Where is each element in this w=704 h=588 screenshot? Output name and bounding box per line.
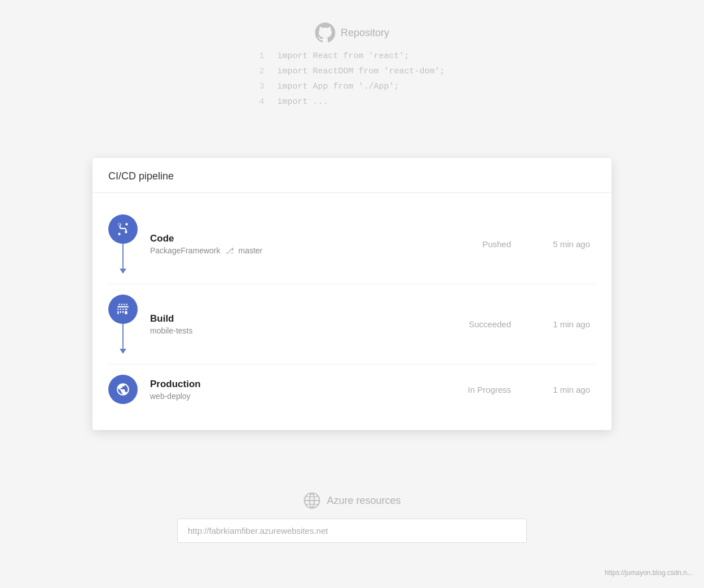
bg-code-section: Repository 1import React from 'react'; 2… — [259, 23, 445, 109]
repo-label: Repository — [341, 27, 389, 39]
stage-sub-production: web-deploy — [150, 392, 449, 401]
stage-name-production: Production — [150, 379, 449, 390]
stage-info-build: Build mobile-tests — [150, 313, 449, 335]
stage-info-code: Code PackageFramework ⎇ master — [150, 233, 449, 255]
branch-icon: ⎇ — [225, 246, 234, 255]
stage-status-section-build: Succeeded 1 min ago — [449, 319, 596, 329]
azure-label: Azure resources — [327, 495, 401, 507]
connector-arrow-1 — [120, 269, 126, 274]
page-wrapper: Repository 1import React from 'react'; 2… — [0, 0, 704, 588]
build-icon — [116, 302, 130, 317]
stage-name-code: Code — [150, 233, 449, 244]
stage-time-code: 5 min ago — [545, 239, 590, 249]
code-branch-icon — [116, 222, 130, 236]
stage-sublabel-production: web-deploy — [150, 392, 191, 401]
card-title: CI/CD pipeline — [108, 170, 174, 182]
stage-name-build: Build — [150, 313, 449, 324]
stage-sublabel-code: PackageFramework — [150, 246, 221, 255]
connector-arrow-2 — [120, 349, 126, 354]
stage-icon-production — [108, 375, 138, 404]
stage-status-section-code: Pushed 5 min ago — [449, 239, 596, 249]
stage-icon-wrapper-build — [108, 295, 138, 354]
stage-status-production: In Progress — [449, 385, 511, 394]
stage-icon-wrapper-code — [108, 214, 138, 274]
stage-icon-wrapper-production — [108, 375, 138, 404]
stage-row-production[interactable]: Production web-deploy In Progress 1 min … — [108, 365, 596, 414]
stage-sublabel-build: mobile-tests — [150, 326, 192, 335]
stage-icon-build — [108, 295, 138, 324]
stage-sub-code: PackageFramework ⎇ master — [150, 246, 449, 255]
azure-header: Azure resources — [303, 492, 401, 510]
stage-time-build: 1 min ago — [545, 319, 590, 329]
stage-branch-code: master — [239, 246, 263, 255]
stage-status-section-production: In Progress 1 min ago — [449, 385, 596, 394]
stage-sub-build: mobile-tests — [150, 326, 449, 335]
stage-info-production: Production web-deploy — [150, 379, 449, 401]
url-input-bg: http://fabrkiamfiber.azurewebsites.net — [177, 519, 527, 543]
bg-bottom-section: Azure resources http://fabrkiamfiber.azu… — [177, 492, 527, 543]
code-block: 1import React from 'react'; 2import Reac… — [259, 49, 445, 109]
bottom-link: https://jumayon.blog.csdn.n... — [605, 569, 693, 577]
github-icon — [315, 23, 335, 43]
repo-header: Repository — [315, 23, 389, 43]
url-placeholder-text: http://fabrkiamfiber.azurewebsites.net — [188, 526, 328, 536]
pipeline-card: CI/CD pipeline — [93, 158, 611, 430]
stage-status-code: Pushed — [449, 239, 511, 249]
stage-row-code[interactable]: Code PackageFramework ⎇ master Pushed 5 … — [108, 204, 596, 284]
pipeline-content: Code PackageFramework ⎇ master Pushed 5 … — [93, 193, 611, 430]
globe-icon — [116, 382, 130, 397]
stages-list: Code PackageFramework ⎇ master Pushed 5 … — [108, 204, 596, 414]
connector-line-1 — [122, 244, 124, 269]
stage-status-build: Succeeded — [449, 319, 511, 329]
card-header: CI/CD pipeline — [93, 158, 611, 193]
stage-row-build[interactable]: Build mobile-tests Succeeded 1 min ago — [108, 284, 596, 365]
connector-line-2 — [122, 324, 124, 349]
stage-icon-code — [108, 214, 138, 244]
azure-icon — [303, 492, 321, 510]
stage-time-production: 1 min ago — [545, 385, 590, 394]
